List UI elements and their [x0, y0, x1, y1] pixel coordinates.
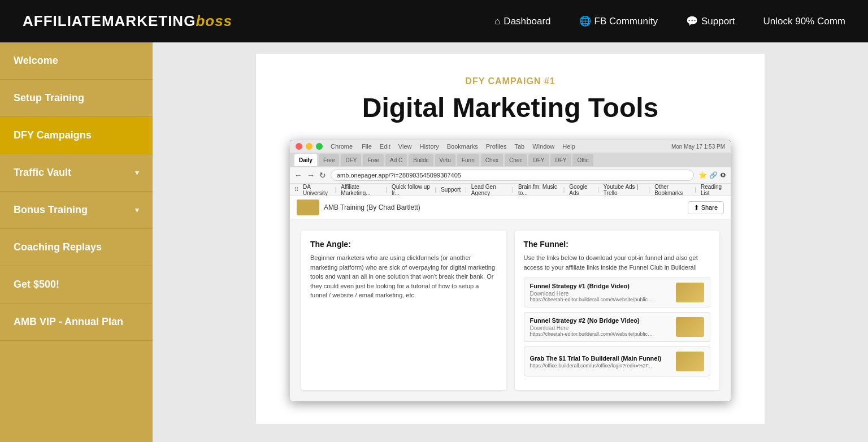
browser-toolbar: AMB Training (By Chad Bartlett) ⬆ Share — [290, 196, 731, 219]
sidebar-label-traffic-vault: Traffic Vault — [14, 167, 71, 179]
sidebar-item-welcome[interactable]: Welcome — [0, 42, 153, 80]
browser-tab-dfy[interactable]: DFY — [341, 154, 361, 166]
browser-tab-offic[interactable]: Offic — [572, 154, 593, 166]
bookmark-other[interactable]: Other Bookmarks — [654, 184, 690, 196]
funnel-item-title-2: Grab The $1 Trial To Builderall (Main Fu… — [530, 355, 672, 362]
browser-menu-history[interactable]: History — [419, 143, 439, 150]
browser-tab-virtu[interactable]: Virtu — [435, 154, 455, 166]
browser-titlebar: Chrome File Edit View History Bookmarks … — [290, 140, 731, 153]
bookmark-brainfm[interactable]: Brain.fm: Music to... — [518, 184, 559, 196]
logo-area: AFFILIATEMARKETING boss — [23, 12, 232, 30]
funnel-item-text-1: Funnel Strategy #2 (No Bridge Video) Dow… — [530, 317, 672, 337]
browser-menu-file[interactable]: File — [362, 143, 372, 150]
sidebar-label-welcome: Welcome — [14, 55, 58, 67]
bookmark-reading-list[interactable]: Reading List — [701, 184, 726, 196]
sidebar-item-get-500[interactable]: Get $500! — [0, 266, 153, 304]
sidebar-item-coaching-replays[interactable]: Coaching Replays — [0, 229, 153, 266]
browser-addressbar: ← → ↻ amb.onepager.app/?i=28890354509938… — [290, 167, 731, 184]
browser-tabs: Daily Free DFY Free Ad C Buildc Virtu Fu… — [290, 153, 731, 167]
browser-tab-adc[interactable]: Ad C — [385, 154, 407, 166]
sidebar-label-get-500: Get $500! — [14, 279, 59, 291]
browser-tab-dfy3[interactable]: DFY — [550, 154, 571, 166]
nav-support[interactable]: 💬 Support — [686, 15, 735, 27]
browser-page-content: The Angle: Beginner marketers who are us… — [290, 219, 731, 401]
angle-title: The Angle: — [310, 240, 497, 249]
header: AFFILIATEMARKETING boss ⌂ Dashboard 🌐 FB… — [0, 0, 868, 42]
traffic-light-yellow[interactable] — [306, 143, 313, 150]
browser-tab-free2[interactable]: Free — [363, 154, 384, 166]
funnel-item-url-0: https://cheetah-editor.builderall.com/#/… — [530, 297, 654, 302]
address-url-bar[interactable]: amb.onepager.app/?i=288903545099387405 — [331, 170, 694, 181]
funnel-card: The Funnel: Use the links below to downl… — [515, 231, 720, 390]
refresh-icon[interactable]: ↻ — [319, 171, 326, 180]
extensions-icons: ⭐ 🔗 ⚙ — [698, 171, 726, 179]
browser-menu-help[interactable]: Help — [562, 143, 575, 150]
page-logo-text: AMB Training (By Chad Bartlett) — [324, 203, 420, 211]
chevron-icon: ▾ — [135, 206, 139, 214]
nav-fb-community[interactable]: 🌐 FB Community — [579, 15, 658, 27]
funnel-item-text-0: Funnel Strategy #1 (Bridge Video) Downlo… — [530, 283, 672, 302]
sidebar-item-setup-training[interactable]: Setup Training — [0, 80, 153, 117]
browser-menu-bookmarks[interactable]: Bookmarks — [447, 143, 478, 150]
campaign-title: Digital Marketing Tools — [290, 92, 731, 123]
nav-links: ⌂ Dashboard 🌐 FB Community 💬 Support Unl… — [494, 15, 845, 27]
browser-tab-chec[interactable]: Chec — [505, 154, 527, 166]
funnel-item-thumb-0 — [676, 283, 704, 302]
bookmark-lead-gen[interactable]: Lead Gen Agency — [471, 184, 508, 196]
nav-unlock[interactable]: Unlock 90% Comm — [763, 16, 846, 27]
share-icon: ⬆ — [694, 204, 699, 211]
sidebar-item-bonus-training[interactable]: Bonus Training▾ — [0, 192, 153, 229]
sidebar-label-setup-training: Setup Training — [14, 92, 84, 104]
funnel-item-label-0: Download Here — [530, 291, 672, 297]
angle-card: The Angle: Beginner marketers who are us… — [301, 231, 506, 390]
traffic-light-green[interactable] — [316, 143, 323, 150]
browser-tab-chex[interactable]: Chex — [481, 154, 503, 166]
apps-bookmark[interactable]: ⠿ — [294, 187, 298, 193]
bookmark-google-ads[interactable]: Google Ads — [569, 184, 593, 196]
funnel-item-2[interactable]: Grab The $1 Trial To Builderall (Main Fu… — [524, 346, 711, 376]
bookmark-quick-follow[interactable]: Quick follow up fr... — [392, 184, 431, 196]
browser-datetime: Mon May 17 1:53 PM — [671, 144, 725, 150]
funnel-item-label-1: Download Here — [530, 325, 672, 331]
funnel-title: The Funnel: — [524, 240, 711, 249]
sidebar-item-dfy-campaigns[interactable]: DFY Campaigns — [0, 117, 153, 154]
angle-body: Beginner marketers who are using clickfu… — [310, 253, 497, 300]
forward-icon[interactable]: → — [307, 171, 315, 180]
sidebar-label-coaching-replays: Coaching Replays — [14, 241, 102, 253]
browser-tab-funn[interactable]: Funn — [457, 154, 479, 166]
chevron-icon: ▾ — [135, 168, 139, 177]
browser-preview: Chrome File Edit View History Bookmarks … — [290, 140, 731, 401]
browser-name: Chrome — [331, 143, 353, 150]
bookmark-support[interactable]: Support — [441, 187, 461, 193]
campaign-label: DFY CAMPAIGN #1 — [290, 76, 731, 86]
funnel-item-1[interactable]: Funnel Strategy #2 (No Bridge Video) Dow… — [524, 312, 711, 342]
browser-menu-profiles[interactable]: Profiles — [486, 143, 507, 150]
logo-text-black: AFFILIATEMARKETING — [23, 12, 196, 30]
browser-menu-window[interactable]: Window — [532, 143, 554, 150]
share-button[interactable]: ⬆ Share — [688, 201, 724, 214]
funnel-items-list: Funnel Strategy #1 (Bridge Video) Downlo… — [524, 278, 711, 376]
browser-tab-dfy2[interactable]: DFY — [528, 154, 549, 166]
funnel-item-url-2: https://office.builderall.com/us/office/… — [530, 363, 654, 369]
browser-menu-tab[interactable]: Tab — [514, 143, 524, 150]
sidebar-item-amb-vip[interactable]: AMB VIP - Annual Plan — [0, 304, 153, 341]
bookmark-da-university[interactable]: DA University — [303, 184, 331, 196]
traffic-light-red[interactable] — [296, 143, 302, 150]
funnel-item-0[interactable]: Funnel Strategy #1 (Bridge Video) Downlo… — [524, 278, 711, 307]
nav-dashboard[interactable]: ⌂ Dashboard — [494, 16, 550, 27]
bookmark-youtube-ads[interactable]: Youtube Ads | Trello — [604, 184, 644, 196]
browser-menu-edit[interactable]: Edit — [380, 143, 390, 150]
browser-tab-free1[interactable]: Free — [319, 154, 340, 166]
back-icon[interactable]: ← — [294, 171, 302, 180]
funnel-item-thumb-1 — [676, 317, 704, 337]
sidebar-item-traffic-vault[interactable]: Traffic Vault▾ — [0, 154, 153, 192]
browser-tab-daily[interactable]: Daily — [294, 154, 317, 166]
layout: WelcomeSetup TrainingDFY CampaignsTraffi… — [0, 42, 868, 442]
logo-text-gold: boss — [196, 12, 232, 30]
browser-menu-view[interactable]: View — [398, 143, 412, 150]
browser-tab-buildc[interactable]: Buildc — [409, 154, 433, 166]
page-logo-box — [297, 200, 319, 215]
home-icon: ⌂ — [494, 16, 500, 27]
support-icon: 💬 — [686, 15, 698, 27]
bookmark-affiliate-marketing[interactable]: Affiliate Marketing... — [341, 184, 381, 196]
